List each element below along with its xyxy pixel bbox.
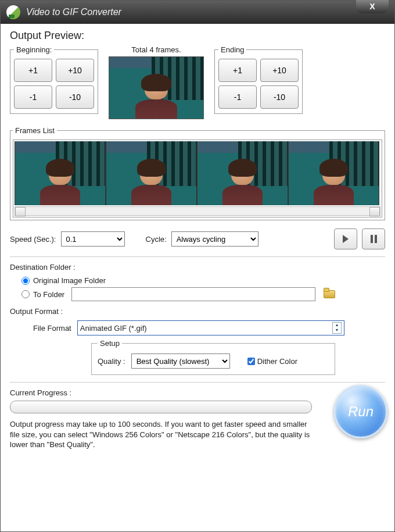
separator xyxy=(10,256,385,257)
dest-tofolder-label: To Folder xyxy=(33,290,64,299)
frame-thumbnail[interactable] xyxy=(197,141,288,205)
frame-thumbnail[interactable] xyxy=(288,141,379,205)
frame-thumbnail[interactable] xyxy=(15,141,106,205)
title-bar: Video to GIF Converter X xyxy=(1,1,394,24)
ending-minus1-button[interactable]: -1 xyxy=(218,85,257,109)
ending-minus10-button[interactable]: -10 xyxy=(260,85,299,109)
ending-plus1-button[interactable]: +1 xyxy=(218,59,257,82)
dest-folder-input[interactable] xyxy=(71,287,315,301)
frames-container xyxy=(13,140,382,217)
playback-controls-row: Speed (Sec.): 0.1 Cycle: Always cycling xyxy=(10,228,385,249)
destination-block: Destination Folder : Original Image Fold… xyxy=(10,263,385,301)
speed-select[interactable]: 0.1 xyxy=(61,231,125,247)
quality-label: Quality : xyxy=(98,357,125,366)
ending-group: Ending +1 +10 -1 -10 xyxy=(214,45,303,114)
speed-label: Speed (Sec.): xyxy=(10,235,56,244)
preview-center: Total 4 frames. xyxy=(109,45,204,119)
preview-row: Beginning: +1 +10 -1 -10 Total 4 frames.… xyxy=(10,45,385,119)
frames-list-group: Frames List xyxy=(10,126,385,220)
preview-thumbnail xyxy=(109,56,204,119)
total-frames-label: Total 4 frames. xyxy=(109,45,204,54)
run-button[interactable]: Run xyxy=(334,385,387,438)
output-format-heading: Output Format : xyxy=(10,307,385,316)
beginning-legend: Beginning: xyxy=(14,45,54,54)
progress-label: Current Progress : xyxy=(10,388,385,397)
cycle-select[interactable]: Always cycling xyxy=(171,231,258,247)
file-format-value: Animated GIF (*.gif) xyxy=(80,324,147,333)
close-button[interactable]: X xyxy=(356,0,389,13)
ending-legend: Ending xyxy=(218,45,246,54)
destination-heading: Destination Folder : xyxy=(10,263,385,272)
browse-folder-icon[interactable] xyxy=(324,290,335,298)
progress-bar xyxy=(10,401,312,413)
dest-tofolder-radio[interactable] xyxy=(21,290,30,298)
progress-hint: Output progress may take up to 100 secon… xyxy=(10,419,318,450)
pause-icon xyxy=(371,235,377,243)
cycle-label: Cycle: xyxy=(146,235,167,244)
output-preview-heading: Output Preview: xyxy=(10,30,385,42)
beginning-plus1-button[interactable]: +1 xyxy=(14,59,52,82)
quality-select[interactable]: Best Quality (slowest) xyxy=(131,354,230,369)
file-format-select[interactable]: Animated GIF (*.gif) ▴▾ xyxy=(77,320,344,335)
setup-group: Setup Quality : Best Quality (slowest) D… xyxy=(91,339,335,375)
beginning-plus10-button[interactable]: +10 xyxy=(56,59,94,82)
dest-original-radio[interactable] xyxy=(21,277,30,285)
dest-original-label: Original Image Folder xyxy=(33,276,106,285)
beginning-minus10-button[interactable]: -10 xyxy=(56,85,94,109)
app-icon xyxy=(6,5,20,19)
ending-plus10-button[interactable]: +10 xyxy=(260,59,299,82)
file-format-label: File Format xyxy=(33,324,71,333)
dither-color-checkbox[interactable] xyxy=(247,358,255,365)
play-icon xyxy=(343,235,349,243)
frames-row[interactable] xyxy=(15,141,380,205)
spinner-icon[interactable]: ▴▾ xyxy=(332,322,342,334)
bottom-row: Current Progress : Output progress may t… xyxy=(10,388,385,450)
beginning-minus1-button[interactable]: -1 xyxy=(14,85,52,109)
app-window: Video to GIF Converter X Output Preview:… xyxy=(0,0,395,532)
setup-legend: Setup xyxy=(98,339,122,348)
frame-thumbnail[interactable] xyxy=(106,141,197,205)
pause-button[interactable] xyxy=(362,228,385,249)
separator xyxy=(10,382,385,383)
app-title: Video to GIF Converter xyxy=(26,7,121,17)
frames-list-legend: Frames List xyxy=(13,126,57,135)
content-area: Output Preview: Beginning: +1 +10 -1 -10… xyxy=(1,24,394,456)
dither-color-label: Dither Color xyxy=(257,357,297,366)
beginning-group: Beginning: +1 +10 -1 -10 xyxy=(10,45,98,114)
frames-scrollbar[interactable] xyxy=(15,206,380,216)
file-format-row: File Format Animated GIF (*.gif) ▴▾ xyxy=(33,320,385,335)
play-button[interactable] xyxy=(334,228,357,249)
